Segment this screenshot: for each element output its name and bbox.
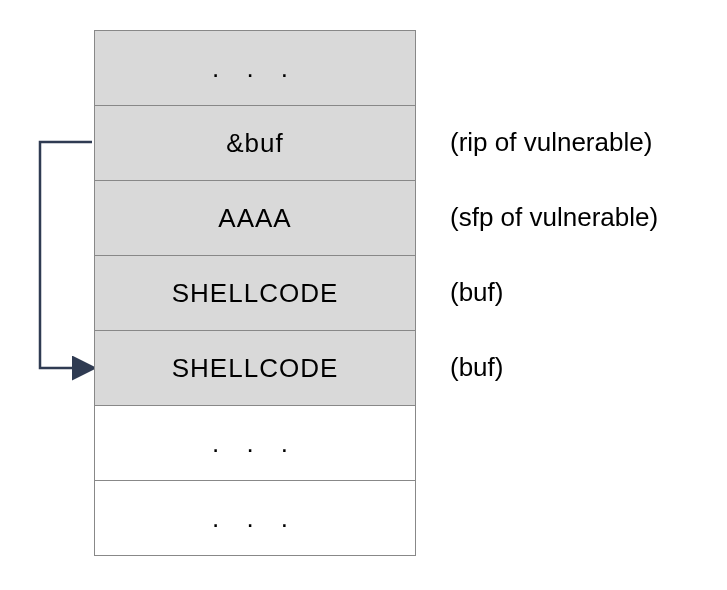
annotation-buf: (buf) (450, 330, 503, 404)
annotation-sfp: (sfp of vulnerable) (450, 180, 658, 254)
stack-cell-buf: SHELLCODE (95, 256, 415, 331)
annotation-buf: (buf) (450, 255, 503, 329)
stack-cell: . . . (95, 31, 415, 106)
stack-cell: . . . (95, 406, 415, 481)
stack-cell-sfp: AAAA (95, 181, 415, 256)
stack-cell: . . . (95, 481, 415, 556)
stack-diagram: . . . &buf AAAA SHELLCODE SHELLCODE . . … (20, 30, 707, 560)
stack-column: . . . &buf AAAA SHELLCODE SHELLCODE . . … (94, 30, 416, 556)
stack-cell-rip: &buf (95, 106, 415, 181)
annotation-rip: (rip of vulnerable) (450, 105, 652, 179)
return-pointer-arrow (20, 30, 94, 560)
stack-cell-buf: SHELLCODE (95, 331, 415, 406)
